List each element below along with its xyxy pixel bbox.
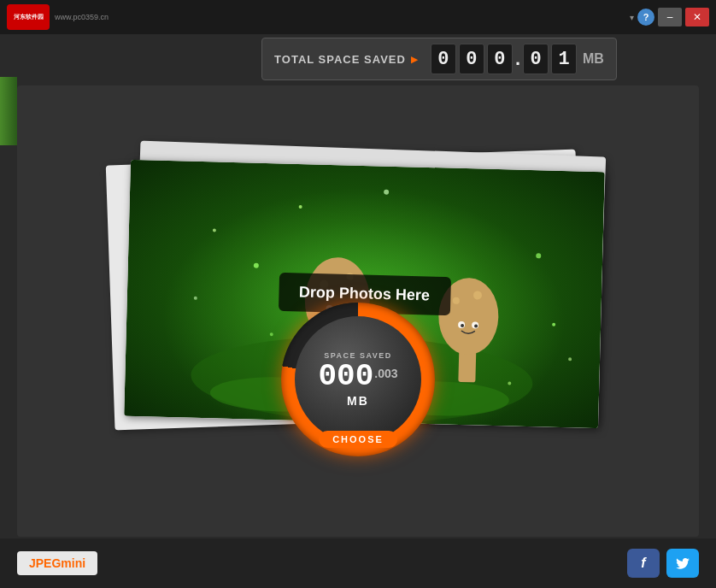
svg-point-26 — [384, 190, 389, 195]
gauge-inner: SPACE SAVED 000 .003 MB — [295, 316, 421, 443]
watermark-logo: 河东软件园 — [7, 4, 50, 30]
stats-digits: 0 0 0 . 0 1 MB — [431, 44, 604, 74]
digit-3: 0 — [523, 44, 549, 74]
minimize-button[interactable]: – — [658, 8, 682, 26]
twitter-icon — [675, 556, 690, 571]
left-thumbnail — [0, 77, 17, 145]
decimal-dot: . — [515, 48, 520, 70]
stats-label-text: TOTAL SPACE SAVED — [274, 53, 406, 66]
gauge-choose-button[interactable]: CHOOSE — [319, 431, 397, 448]
digit-0: 0 — [431, 44, 456, 74]
mb-unit-label: MB — [583, 51, 604, 67]
watermark-text: 河东软件园 — [14, 13, 44, 21]
digit-4: 1 — [551, 44, 577, 74]
brand-prefix: JPEG — [29, 556, 61, 570]
twitter-button[interactable] — [666, 549, 699, 578]
svg-point-21 — [552, 323, 555, 326]
play-icon[interactable]: ▶ — [411, 55, 419, 64]
svg-point-18 — [254, 263, 259, 268]
title-bar: 河东软件园 www.pc0359.cn ▾ ? – ✕ — [0, 0, 716, 34]
dropdown-arrow-icon[interactable]: ▾ — [630, 13, 634, 22]
close-button[interactable]: ✕ — [685, 8, 709, 26]
svg-point-22 — [213, 228, 216, 232]
social-buttons: f — [627, 549, 699, 578]
svg-point-20 — [536, 253, 541, 258]
digit-1: 0 — [459, 44, 484, 74]
brand-suffix: mini — [61, 556, 85, 570]
main-content-area[interactable]: Drop Photos Here SPACE SAVED 000 .003 MB… — [17, 85, 699, 537]
title-bar-left: 河东软件园 www.pc0359.cn — [7, 4, 109, 30]
gauge-small-decimal: .003 — [374, 367, 397, 380]
bottom-bar: JPEGmini f — [0, 538, 716, 588]
digit-2: 0 — [487, 44, 513, 74]
svg-point-19 — [270, 332, 273, 336]
brand-logo: JPEGmini — [17, 551, 97, 575]
stats-container: TOTAL SPACE SAVED ▶ 0 0 0 . 0 1 MB — [261, 38, 617, 80]
gauge-unit: MB — [347, 394, 369, 408]
stats-bar: TOTAL SPACE SAVED ▶ 0 0 0 . 0 1 MB — [179, 38, 699, 79]
stats-label: TOTAL SPACE SAVED ▶ — [274, 53, 419, 66]
svg-point-27 — [194, 297, 197, 300]
svg-point-24 — [299, 205, 302, 209]
facebook-button[interactable]: f — [627, 549, 660, 578]
gauge-big-number: 000 — [318, 362, 373, 392]
gauge-numbers: 000 .003 — [318, 362, 397, 392]
title-bar-right: ▾ ? – ✕ — [630, 8, 709, 26]
help-button[interactable]: ? — [637, 9, 654, 26]
gauge-meter[interactable]: SPACE SAVED 000 .003 MB CHOOSE — [281, 303, 435, 456]
svg-point-23 — [568, 357, 572, 361]
watermark-url: www.pc0359.cn — [55, 13, 109, 21]
photo-stack[interactable]: Drop Photos Here SPACE SAVED 000 .003 MB… — [119, 149, 597, 439]
